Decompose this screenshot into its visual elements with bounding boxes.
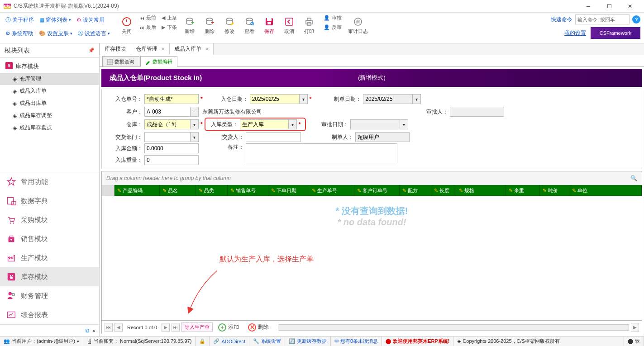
print-button[interactable]: 打印 (299, 14, 319, 37)
grid-nav-first[interactable]: ⏮ (105, 323, 113, 332)
nav-first-button[interactable]: ⏮最前 (139, 14, 156, 21)
col-production-no[interactable]: ✎生产单号 (309, 185, 354, 196)
module-purchase[interactable]: 采购模块 (0, 210, 99, 229)
close-button[interactable]: ✕ (620, 0, 640, 13)
deliverer-input[interactable] (246, 132, 301, 142)
col-customer-order[interactable]: ✎客户订单号 (354, 185, 400, 196)
save-button[interactable]: 保存 (259, 14, 279, 37)
tree-node-stock-in[interactable]: ◈成品入库单 (0, 85, 99, 97)
close-form-button[interactable]: 关闭 (117, 14, 137, 37)
edit-button[interactable]: 修改 (219, 14, 239, 37)
collapse-icon[interactable]: ⧉ (86, 327, 90, 334)
help-link[interactable]: ⚙系统帮助 (4, 29, 35, 38)
unapprove-button[interactable]: 👤反审 (324, 24, 342, 31)
search-icon[interactable]: 🔍 (630, 175, 637, 181)
nav-next-button[interactable]: ▶下条 (162, 24, 177, 31)
sub-tabs: 数据查询 数据编辑 (100, 55, 644, 67)
tree-node-stock-adjust[interactable]: ◈成品库存调整 (0, 109, 99, 122)
titlebar: C/S C/S系统快速开发框架-旗舰版V6.1(2024-09) ─ ☐ ✕ (0, 0, 644, 13)
status-lock[interactable]: 🔒 (196, 337, 210, 346)
tree-root-inventory[interactable]: ¥ 库存模块 (0, 60, 99, 73)
close-tab-icon[interactable]: ✕ (205, 47, 209, 52)
module-inventory[interactable]: ¥库存模块 (0, 267, 99, 286)
close-tab-icon[interactable]: ✕ (161, 47, 165, 52)
col-product-name[interactable]: ✎品名 (160, 185, 196, 196)
help-icon[interactable]: ? (632, 15, 640, 24)
status-refresh[interactable]: 🔄更新缓存数据 (285, 337, 331, 346)
weight-input[interactable] (144, 155, 199, 165)
grid-nav-next[interactable]: ▶ (162, 323, 170, 332)
grid-delete-button[interactable]: ✕删除 (244, 322, 272, 332)
col-ton-price[interactable]: ✎吨价 (540, 185, 569, 196)
subtab-edit[interactable]: 数据编辑 (140, 56, 177, 67)
subtab-query[interactable]: 数据查询 (102, 56, 139, 67)
module-sales[interactable]: 销售模块 (0, 229, 99, 248)
view-button[interactable]: 查看 (239, 14, 259, 37)
dropdown-icon[interactable]: ▾ (191, 119, 199, 129)
warehouse-input[interactable] (144, 119, 191, 129)
set-common-link[interactable]: ⚙设为常用 (75, 15, 106, 25)
dept-input[interactable] (144, 132, 191, 142)
in-date-input[interactable] (250, 94, 300, 104)
col-category[interactable]: ✎品类 (196, 185, 228, 196)
scroll-right[interactable]: ▶ (631, 323, 639, 332)
nav-last-button[interactable]: ⏭最后 (139, 24, 156, 31)
col-meter-weight[interactable]: ✎米重 (506, 185, 540, 196)
col-formula[interactable]: ✎配方 (400, 185, 431, 196)
status-unread[interactable]: ✉您有0条未读消息 (331, 337, 382, 346)
more-icon[interactable]: » (92, 327, 95, 334)
maximize-button[interactable]: ☐ (599, 0, 620, 13)
tree-node-warehouse[interactable]: ◈仓库管理 (0, 73, 99, 85)
module-dict[interactable]: 数据字典 (0, 191, 99, 210)
col-spec[interactable]: ✎规格 (456, 185, 506, 196)
grid-nav-prev[interactable]: ◀ (114, 323, 123, 332)
add-button[interactable]: 新增 (180, 14, 200, 37)
pin-icon[interactable]: 📌 (88, 47, 95, 53)
svg-point-4 (246, 18, 253, 21)
date-dropdown-icon[interactable]: ▾ (300, 94, 308, 104)
language-link[interactable]: Ⓐ设置语言▾ (76, 29, 112, 38)
col-order-date[interactable]: ✎下单日期 (268, 185, 309, 196)
annotation-arrow (186, 268, 222, 313)
tab-warehouse-mgmt[interactable]: 仓库管理✕ (131, 43, 170, 55)
col-unit[interactable]: ✎单位 (569, 185, 642, 196)
audit-log-button[interactable]: 审审计日志 (344, 14, 372, 37)
in-type-input[interactable] (240, 119, 289, 129)
tree-node-stock-out[interactable]: ◈成品出库单 (0, 97, 99, 109)
quick-cmd-input[interactable] (575, 14, 630, 24)
approve-button[interactable]: 👤审核 (324, 14, 342, 21)
minimize-button[interactable]: ─ (578, 0, 599, 13)
tab-stock-in[interactable]: 成品入库单✕ (169, 43, 214, 55)
module-common[interactable]: 常用功能 (0, 172, 99, 191)
lookup-icon[interactable]: ⋯ (191, 107, 199, 117)
window-list-link[interactable]: ▦窗体列表▾ (38, 15, 73, 25)
grid-nav-last[interactable]: ⏭ (172, 323, 180, 332)
status-user[interactable]: 👥当前用户：(admin-超级用户)▾ (0, 337, 83, 346)
about-link[interactable]: ⓘ关于程序 (4, 15, 36, 25)
module-finance[interactable]: 财务管理 (0, 286, 99, 305)
my-settings-link[interactable]: 我的设置 (564, 29, 586, 37)
grid-add-button[interactable]: +添加 (215, 322, 243, 332)
status-settings[interactable]: 🔧系统设置 (249, 337, 285, 346)
tab-inventory-module[interactable]: 库存模块 (100, 43, 131, 55)
remark-textarea[interactable] (246, 143, 397, 163)
delete-button[interactable]: 删除 (200, 14, 219, 37)
module-production[interactable]: 生产模块 (0, 248, 99, 267)
form-title-banner: 成品入仓单(Product Stock In) (新增模式) (101, 69, 642, 87)
doc-no-input[interactable] (144, 94, 199, 104)
col-product-code[interactable]: ✎产品编码 (114, 185, 160, 196)
nav-prev-button[interactable]: ◀上条 (162, 14, 177, 21)
horizontal-scrollbar[interactable] (278, 324, 629, 331)
cancel-button[interactable]: 取消 (279, 14, 299, 37)
status-ado[interactable]: 🔗ADODirect (210, 337, 249, 346)
dropdown-icon[interactable]: ▾ (289, 119, 297, 129)
customer-input[interactable] (144, 107, 191, 117)
import-production-button[interactable]: 导入生产单 (181, 322, 213, 332)
amount-input[interactable] (144, 143, 199, 153)
col-length[interactable]: ✎长度 (431, 185, 456, 196)
skin-link[interactable]: 🎨设置皮肤▾ (37, 29, 74, 38)
dropdown-icon[interactable]: ▾ (191, 132, 199, 142)
col-sales-no[interactable]: ✎销售单号 (228, 185, 268, 196)
tree-node-stock-count[interactable]: ◈成品库存盘点 (0, 122, 99, 134)
module-reports[interactable]: 综合报表 (0, 305, 99, 324)
